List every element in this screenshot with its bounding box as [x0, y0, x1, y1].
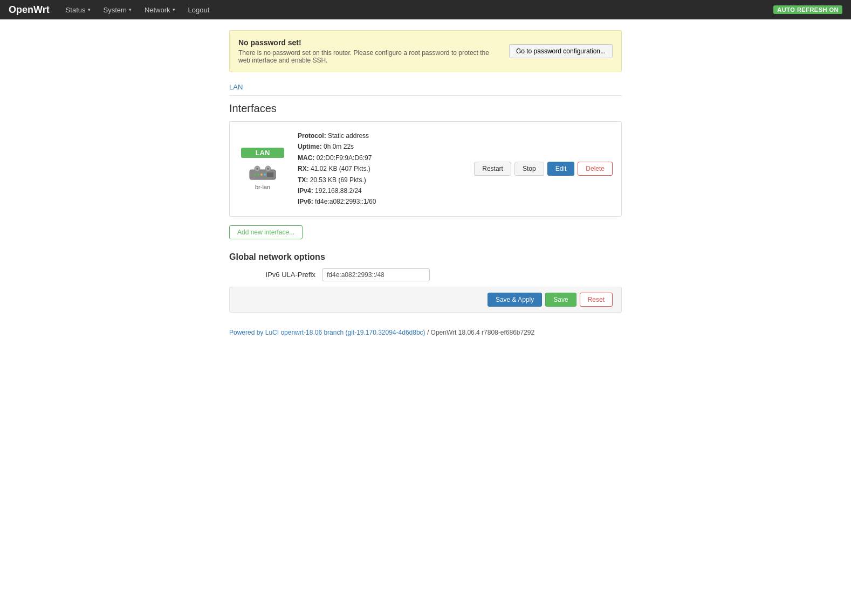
breadcrumb-lan[interactable]: LAN	[229, 83, 243, 96]
tx-row: TX: 20.53 KB (69 Pkts.)	[298, 175, 463, 185]
footer: Powered by LuCI openwrt-18.06 branch (gi…	[229, 329, 622, 336]
brand-logo: OpenWrt	[9, 4, 50, 16]
footer-version: / OpenWrt 18.06.4 r7808-ef686b7292	[427, 329, 534, 336]
add-interface-button[interactable]: Add new interface...	[229, 225, 303, 239]
svg-point-7	[260, 174, 263, 176]
chevron-down-icon: ▾	[173, 7, 175, 12]
router-icon	[246, 161, 279, 183]
nav-menu: Status ▾ System ▾ Network ▾ Logout	[60, 0, 215, 19]
svg-rect-9	[267, 172, 273, 177]
action-bar: Save & Apply Save Reset	[229, 287, 622, 313]
ipv6-ula-input[interactable]	[322, 268, 430, 281]
svg-point-8	[264, 174, 266, 176]
warning-description: There is no password set on this router.…	[238, 49, 500, 64]
ipv6-ula-label: IPv6 ULA-Prefix	[240, 271, 315, 279]
nav-item-network[interactable]: Network ▾	[139, 0, 181, 19]
ipv4-row: IPv4: 192.168.88.2/24	[298, 185, 463, 196]
nav-item-system[interactable]: System ▾	[98, 0, 137, 19]
interface-actions: Restart Stop Edit Delete	[474, 162, 613, 176]
warning-text: No password set! There is no password se…	[238, 38, 500, 64]
router-svg	[248, 162, 278, 182]
ipv6-ula-row: IPv6 ULA-Prefix	[229, 268, 622, 281]
ipv6-row: IPv6: fd4e:a082:2993::1/60	[298, 196, 463, 207]
interface-visual: LAN	[238, 148, 287, 190]
global-options-title: Global network options	[229, 252, 622, 262]
delete-button[interactable]: Delete	[578, 162, 613, 176]
interface-details: Protocol: Static address Uptime: 0h 0m 2…	[298, 130, 463, 207]
stop-button[interactable]: Stop	[514, 162, 544, 176]
chevron-down-icon: ▾	[129, 7, 132, 12]
interface-inner: LAN	[230, 122, 621, 216]
navbar: OpenWrt Status ▾ System ▾ Network ▾ Logo…	[0, 0, 851, 19]
breadcrumb-bar: LAN	[229, 83, 622, 96]
protocol-row: Protocol: Static address	[298, 130, 463, 141]
warning-box: No password set! There is no password se…	[229, 30, 622, 72]
footer-link[interactable]: Powered by LuCI openwrt-18.06 branch (gi…	[229, 329, 426, 336]
goto-password-config-button[interactable]: Go to password configuration...	[509, 44, 613, 58]
svg-point-3	[256, 168, 258, 170]
rx-row: RX: 41.02 KB (407 Pkts.)	[298, 163, 463, 174]
chevron-down-icon: ▾	[88, 7, 91, 12]
interface-sublabel: br-lan	[255, 184, 270, 190]
reset-button[interactable]: Reset	[580, 293, 613, 307]
svg-point-4	[267, 168, 269, 170]
nav-item-status[interactable]: Status ▾	[60, 0, 96, 19]
svg-point-5	[254, 174, 256, 176]
interfaces-title: Interfaces	[229, 102, 622, 115]
uptime-row: Uptime: 0h 0m 22s	[298, 141, 463, 152]
svg-point-6	[257, 174, 259, 176]
nav-item-logout[interactable]: Logout	[183, 0, 215, 19]
main-content: No password set! There is no password se…	[221, 19, 630, 347]
add-interface-row: Add new interface...	[229, 225, 622, 239]
save-apply-button[interactable]: Save & Apply	[488, 293, 542, 307]
auto-refresh-badge: AUTO REFRESH ON	[773, 5, 842, 14]
mac-row: MAC: 02:D0:F9:9A:D6:97	[298, 153, 463, 163]
interface-card-lan: LAN	[229, 121, 622, 217]
restart-button[interactable]: Restart	[474, 162, 511, 176]
save-button[interactable]: Save	[545, 293, 576, 307]
lan-badge: LAN	[241, 148, 284, 158]
edit-button[interactable]: Edit	[547, 162, 575, 176]
warning-title: No password set!	[238, 38, 500, 47]
